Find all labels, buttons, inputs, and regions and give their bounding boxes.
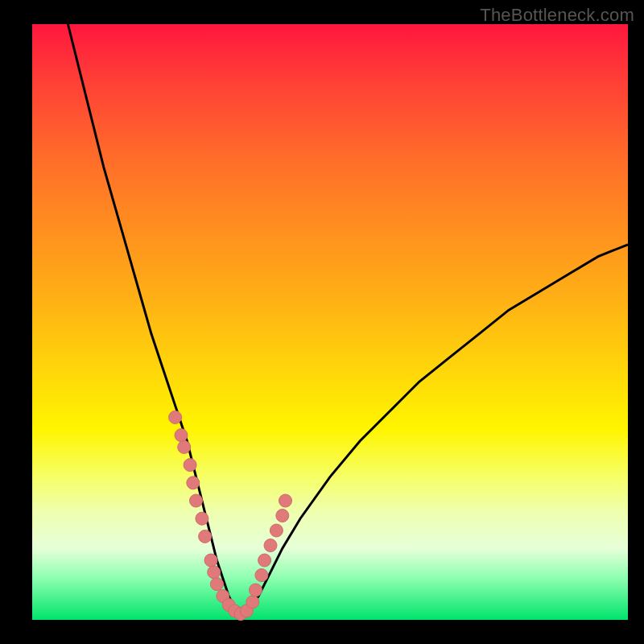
marker-point bbox=[178, 440, 191, 453]
marker-point bbox=[187, 477, 200, 489]
bottleneck-curve-right bbox=[241, 245, 628, 614]
marker-point bbox=[246, 596, 259, 609]
marker-point bbox=[250, 584, 262, 597]
marker-point bbox=[199, 530, 212, 543]
marker-point bbox=[255, 569, 268, 582]
marker-point bbox=[190, 494, 203, 507]
marker-point bbox=[208, 566, 221, 579]
marker-point bbox=[210, 578, 223, 591]
watermark-text: TheBottleneck.com bbox=[480, 5, 634, 26]
plot-background-gradient bbox=[32, 24, 628, 620]
highlighted-hardware-points bbox=[169, 411, 292, 620]
marker-point bbox=[279, 494, 292, 507]
chart-svg bbox=[32, 24, 628, 620]
bottleneck-curve-left bbox=[68, 24, 241, 614]
chart-root: TheBottleneck.com bbox=[0, 0, 644, 644]
marker-point bbox=[258, 554, 271, 567]
marker-point bbox=[204, 554, 217, 567]
marker-point bbox=[270, 524, 283, 537]
marker-point bbox=[175, 429, 188, 442]
marker-point bbox=[184, 459, 196, 472]
marker-point bbox=[264, 539, 277, 552]
marker-point bbox=[276, 510, 289, 522]
marker-point bbox=[169, 411, 182, 423]
marker-point bbox=[196, 512, 208, 525]
